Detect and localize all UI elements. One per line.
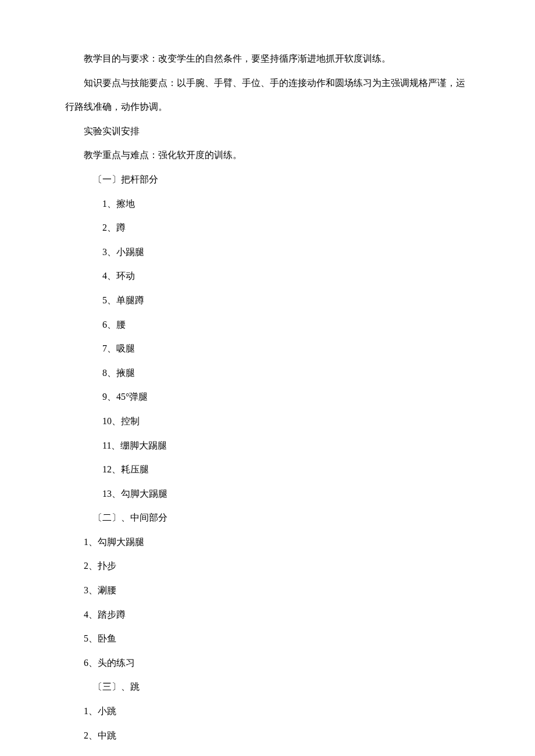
item-text: 耗压腿 (121, 464, 149, 474)
list-item: 3、小踢腿 (65, 240, 470, 264)
list-item: 2、蹲 (65, 216, 470, 240)
item-text: 小踢腿 (116, 247, 144, 257)
list-item: 2、扑步 (65, 554, 470, 578)
list-item: 1、勾脚大踢腿 (65, 530, 470, 554)
item-text: 掖腿 (116, 368, 135, 378)
list-item: 12、耗压腿 (65, 457, 470, 482)
item-text: 蹲 (116, 223, 126, 232)
section-1-title: 〔一〕把杆部分 (65, 167, 470, 192)
item-number: 10、 (84, 409, 121, 433)
item-number: 11、 (84, 433, 120, 458)
section-2-title: 〔二〕、中间部分 (65, 506, 470, 530)
item-number: 5、 (84, 288, 116, 313)
teaching-focus: 教学重点与难点：强化软开度的训练。 (65, 143, 470, 167)
item-number: 4、 (84, 264, 116, 288)
item-text: 勾脚大踢腿 (121, 489, 167, 499)
item-number: 7、 (84, 336, 116, 361)
teaching-objective: 教学目的与要求：改变学生的自然条件，要坚持循序渐进地抓开软度训练。 (65, 46, 470, 71)
section-3-title: 〔三〕、跳 (65, 675, 470, 699)
item-number: 9、 (84, 385, 116, 409)
item-number: 2、 (84, 216, 116, 240)
item-number: 1、 (84, 192, 116, 216)
item-text: 单腿蹲 (116, 295, 144, 305)
list-item: 13、勾脚大踢腿 (65, 482, 470, 506)
item-number: 8、 (84, 361, 116, 385)
list-item: 3、涮腰 (65, 578, 470, 603)
item-number: 12、 (84, 457, 121, 482)
list-item: 8、掖腿 (65, 361, 470, 385)
list-item: 6、腰 (65, 313, 470, 337)
list-item: 2、中跳 (65, 723, 470, 748)
list-item: 5、卧鱼 (65, 626, 470, 651)
list-item: 11、绷脚大踢腿 (65, 433, 470, 458)
list-item: 4、踏步蹲 (65, 603, 470, 627)
item-number: 3、 (84, 240, 116, 264)
item-number: 13、 (84, 482, 121, 506)
list-item: 5、单腿蹲 (65, 288, 470, 313)
item-text: 控制 (121, 416, 140, 426)
item-text: 擦地 (116, 199, 135, 209)
item-text: 腰 (116, 320, 126, 329)
list-item: 4、环动 (65, 264, 470, 288)
item-text: 吸腿 (116, 343, 135, 353)
list-item: 1、擦地 (65, 192, 470, 216)
item-text: 环动 (116, 271, 135, 281)
list-item: 7、吸腿 (65, 336, 470, 361)
item-text: 绷脚大踢腿 (120, 440, 167, 450)
item-number: 6、 (84, 313, 116, 337)
list-item: 6、头的练习 (65, 651, 470, 675)
document-page: 教学目的与要求：改变学生的自然条件，要坚持循序渐进地抓开软度训练。 知识要点与技… (0, 0, 535, 756)
list-item: 9、45°弹腿 (65, 385, 470, 409)
list-item: 1、小跳 (65, 699, 470, 723)
experiment-arrangement: 实验实训安排 (65, 119, 470, 144)
knowledge-points: 知识要点与技能要点：以手腕、手臂、手位、手的连接动作和圆场练习为主强调规格严谨，… (65, 71, 470, 119)
item-text: 45°弹腿 (116, 392, 148, 402)
list-item: 10、控制 (65, 409, 470, 433)
